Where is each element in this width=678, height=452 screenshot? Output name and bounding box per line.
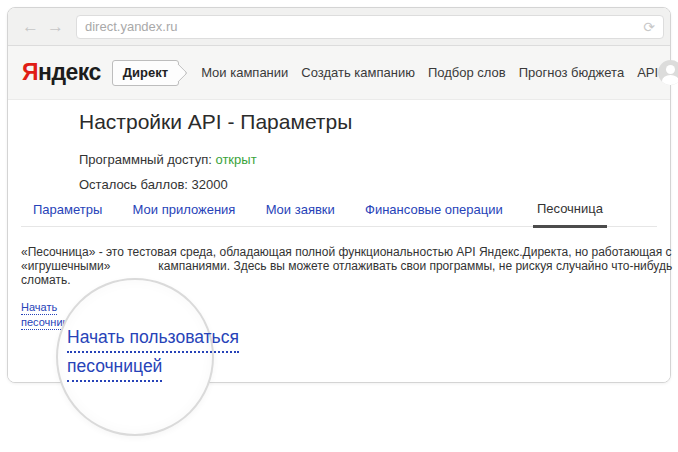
magnifier-lens: Начать пользоваться песочницей <box>56 278 214 436</box>
tab-my-requests[interactable]: Мои заявки <box>266 202 335 226</box>
page-title: Настройки API - Параметры <box>79 110 352 134</box>
tab-my-applications[interactable]: Мои приложения <box>133 202 236 226</box>
api-access-label: Программный доступ: <box>79 152 212 167</box>
points-line: Осталось баллов: 32000 <box>79 177 228 192</box>
description-line-1: «Песочница» - это тестовая среда, облада… <box>21 245 672 259</box>
nav-item-keyword-selection[interactable]: Подбор слов <box>428 65 506 80</box>
browser-chrome: ← → direct.yandex.ru ⟳ <box>8 8 670 46</box>
logo-first-letter: Я <box>22 59 38 85</box>
logo-rest: ндекс <box>38 59 101 85</box>
nav-item-budget-forecast[interactable]: Прогноз бюджета <box>519 65 624 80</box>
nav-item-api[interactable]: API <box>637 65 658 80</box>
tab-financial-operations[interactable]: Финансовые операции <box>365 202 503 226</box>
nav-item-my-campaigns[interactable]: Мои кампании <box>201 65 288 80</box>
description-line-2-before: «игрушечными» <box>21 259 110 273</box>
points-value: 32000 <box>192 177 228 192</box>
back-icon[interactable]: ← <box>18 18 43 35</box>
sandbox-start-link-magnified[interactable]: Начать пользоваться песочницей <box>67 324 239 382</box>
description-line-2-after: кампаниями. Здесь вы можете отлаживать с… <box>158 259 672 273</box>
reload-icon[interactable]: ⟳ <box>643 20 655 34</box>
nav-item-create-campaign[interactable]: Создать кампанию <box>301 65 415 80</box>
direct-service-button[interactable]: Директ <box>112 60 179 86</box>
tab-parameters[interactable]: Параметры <box>33 202 102 226</box>
service-navbar: Яндекс Директ Мои кампании Создать кампа… <box>8 46 670 100</box>
avatar <box>658 60 678 85</box>
url-bar[interactable]: direct.yandex.ru ⟳ <box>76 15 664 39</box>
points-label: Осталось баллов: <box>79 177 188 192</box>
screenshot-stage: ← → direct.yandex.ru ⟳ Яндекс Директ Мои… <box>0 0 678 452</box>
magnified-link-line-1: Начать пользоваться <box>67 324 239 353</box>
api-access-line: Программный доступ: открыт <box>79 152 257 167</box>
settings-tabs: Параметры Мои приложения Мои заявки Фина… <box>21 201 657 227</box>
main-menu: Мои кампании Создать кампанию Подбор сло… <box>201 65 658 80</box>
url-text: direct.yandex.ru <box>85 19 643 34</box>
api-access-status: открыт <box>215 152 256 167</box>
sandbox-start-link-line-1: Начать <box>21 300 57 315</box>
user-block[interactable]: username <box>658 60 678 85</box>
magnified-link-line-2: песочницей <box>67 353 162 382</box>
description-line-2: «игрушечными»кампаниями. Здесь вы можете… <box>21 259 672 273</box>
tab-sandbox[interactable]: Песочница <box>533 201 607 228</box>
yandex-logo[interactable]: Яндекс <box>22 59 101 86</box>
forward-icon[interactable]: → <box>43 18 68 35</box>
